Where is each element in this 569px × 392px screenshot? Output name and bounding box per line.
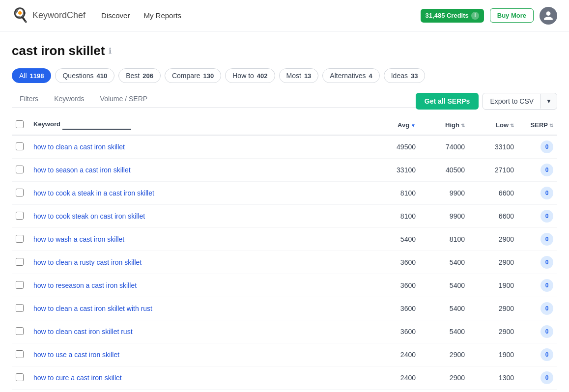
- avg-header[interactable]: Avg▼: [370, 115, 420, 135]
- row-high: 74000: [420, 135, 469, 159]
- row-checkbox-5[interactable]: [16, 258, 24, 266]
- page-title-info-icon[interactable]: ℹ: [109, 46, 112, 56]
- row-checkbox-3[interactable]: [16, 212, 24, 220]
- row-high: 2400: [420, 390, 469, 392]
- row-checkbox-4[interactable]: [16, 235, 24, 243]
- table-row: how to use a cast iron skillet 2400 2900…: [12, 343, 557, 366]
- table-header-row: Keyword Avg▼ High⇅ Low⇅ SERP⇅: [12, 115, 557, 135]
- high-header[interactable]: High⇅: [420, 115, 469, 135]
- row-serp: 0: [518, 159, 557, 182]
- row-checkbox-cell: [12, 135, 29, 159]
- sub-filter-filters[interactable]: Filters: [12, 91, 46, 108]
- filter-tab-most[interactable]: Most 13: [279, 68, 319, 83]
- row-avg: 8100: [370, 182, 420, 205]
- row-high: 2900: [420, 343, 469, 366]
- row-low: 1300: [469, 366, 518, 390]
- table-row: how to wash a cast iron skillet 5400 810…: [12, 228, 557, 251]
- select-all-checkbox[interactable]: [16, 120, 24, 128]
- row-low: 33100: [469, 135, 518, 159]
- row-high: 5400: [420, 320, 469, 343]
- navbar-right: 31,485 Credits i Buy More: [421, 7, 557, 25]
- row-avg: 3600: [370, 274, 420, 297]
- row-keyword: how to reseason a cast iron skillet: [29, 274, 370, 297]
- row-keyword: how to use a cast iron skillet: [29, 343, 370, 366]
- row-checkbox-7[interactable]: [16, 304, 24, 312]
- serp-header[interactable]: SERP⇅: [518, 115, 557, 135]
- row-checkbox-9[interactable]: [16, 350, 24, 358]
- sub-filter-volume-/-serp[interactable]: Volume / SERP: [92, 91, 156, 108]
- row-serp: 0: [518, 320, 557, 343]
- row-keyword: how to clean a rusty cast iron skillet: [29, 251, 370, 274]
- row-checkbox-cell: [12, 159, 29, 182]
- sub-filters: FiltersKeywordsVolume / SERP: [12, 91, 416, 108]
- page-title-row: cast iron skillet ℹ: [12, 43, 557, 58]
- export-csv-button[interactable]: Export to CSV: [483, 93, 541, 109]
- row-avg: 3600: [370, 320, 420, 343]
- get-serps-button[interactable]: Get all SERPs: [416, 93, 479, 110]
- row-checkbox-0[interactable]: [16, 142, 24, 150]
- row-checkbox-10[interactable]: [16, 373, 24, 381]
- brand-icon: 🍳: [12, 7, 29, 25]
- filter-tab-how-to[interactable]: How to 402: [225, 68, 275, 83]
- row-checkbox-2[interactable]: [16, 189, 24, 196]
- row-high: 40500: [420, 159, 469, 182]
- export-csv-dropdown-button[interactable]: ▼: [541, 94, 557, 109]
- row-avg: 5400: [370, 228, 420, 251]
- filter-tab-compare[interactable]: Compare 130: [165, 68, 221, 83]
- row-checkbox-8[interactable]: [16, 327, 24, 335]
- brand-logo-link[interactable]: 🍳 KeywordChef: [12, 7, 85, 25]
- table-row: how to cook a steak in a cast iron skill…: [12, 182, 557, 205]
- row-low: 2900: [469, 297, 518, 320]
- row-keyword: how to cook a steak in a cast iron skill…: [29, 182, 370, 205]
- row-avg: 3600: [370, 297, 420, 320]
- buy-more-button[interactable]: Buy More: [490, 8, 534, 23]
- nav-links: Discover My Reports: [101, 11, 421, 20]
- row-checkbox-cell: [12, 366, 29, 390]
- row-avg: 3600: [370, 251, 420, 274]
- row-low: 6600: [469, 205, 518, 228]
- row-avg: 49500: [370, 135, 420, 159]
- credits-badge: 31,485 Credits i: [421, 9, 484, 23]
- user-avatar[interactable]: [540, 7, 557, 25]
- filter-tab-all[interactable]: All 1198: [12, 68, 51, 83]
- row-high: 5400: [420, 251, 469, 274]
- brand-name: KeywordChef: [32, 10, 85, 21]
- action-row: Get all SERPs Export to CSV ▼: [416, 93, 557, 110]
- row-checkbox-1[interactable]: [16, 166, 24, 173]
- sub-filter-keywords[interactable]: Keywords: [46, 91, 92, 108]
- filter-tab-ideas[interactable]: Ideas 33: [384, 68, 426, 83]
- keyword-header: Keyword: [29, 115, 370, 135]
- row-avg: 33100: [370, 159, 420, 182]
- row-keyword: how to clean cast iron skillet rust: [29, 320, 370, 343]
- row-serp: 0: [518, 251, 557, 274]
- filter-tabs: All 1198Questions 410Best 206Compare 130…: [12, 68, 557, 83]
- keyword-table: Keyword Avg▼ High⇅ Low⇅ SERP⇅: [12, 115, 557, 392]
- row-high: 9900: [420, 205, 469, 228]
- row-serp: 0: [518, 182, 557, 205]
- row-checkbox-cell: [12, 320, 29, 343]
- table-row: why use a cast iron skillet 1900 2400 13…: [12, 390, 557, 392]
- keyword-search-input[interactable]: [62, 120, 131, 130]
- filter-tab-questions[interactable]: Questions 410: [55, 68, 114, 83]
- row-high: 8100: [420, 228, 469, 251]
- filter-tab-alternatives[interactable]: Alternatives 4: [322, 68, 379, 83]
- navbar: 🍳 KeywordChef Discover My Reports 31,485…: [0, 0, 569, 31]
- nav-my-reports[interactable]: My Reports: [143, 11, 181, 20]
- low-header[interactable]: Low⇅: [469, 115, 518, 135]
- row-avg: 2400: [370, 366, 420, 390]
- credits-info-icon[interactable]: i: [471, 12, 479, 20]
- row-low: 1300: [469, 390, 518, 392]
- row-low: 2900: [469, 251, 518, 274]
- credits-label: 31,485 Credits: [426, 12, 469, 19]
- select-all-header: [12, 115, 29, 135]
- table-row: how to cure a cast iron skillet 2400 290…: [12, 366, 557, 390]
- row-serp: 0: [518, 135, 557, 159]
- main-content: cast iron skillet ℹ All 1198Questions 41…: [0, 31, 569, 392]
- filter-tab-best[interactable]: Best 206: [118, 68, 161, 83]
- row-high: 5400: [420, 297, 469, 320]
- row-serp: 0: [518, 205, 557, 228]
- table-row: how to cook steak on cast iron skillet 8…: [12, 205, 557, 228]
- row-checkbox-6[interactable]: [16, 281, 24, 289]
- nav-discover[interactable]: Discover: [101, 11, 130, 20]
- row-avg: 1900: [370, 390, 420, 392]
